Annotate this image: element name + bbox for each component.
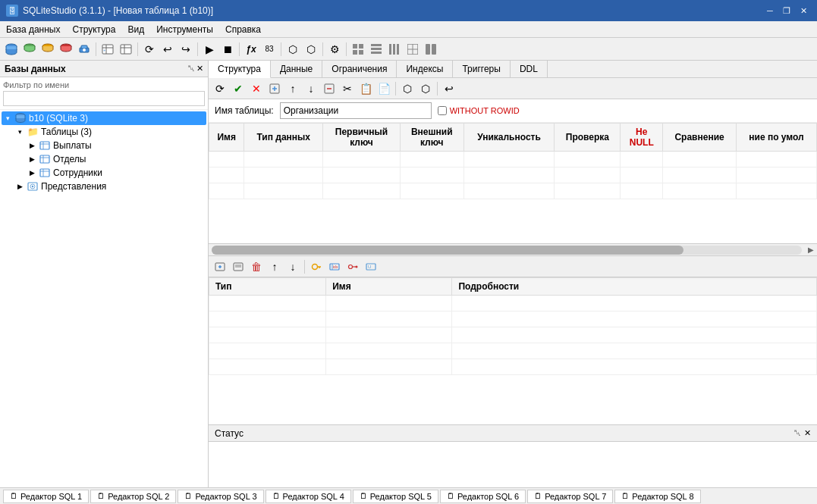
tab-data[interactable]: Данные (271, 61, 322, 77)
toolbar-edit-db[interactable] (39, 41, 56, 58)
struct-tb-col-down[interactable]: ↓ (303, 80, 319, 97)
filter-label: Фильтр по имени (3, 80, 205, 89)
restore-button[interactable]: ❐ (779, 5, 794, 17)
struct-tb-commit[interactable]: ✔ (230, 80, 247, 97)
bottom-tab-sql6[interactable]: 🗒 Редактор SQL 6 (440, 490, 526, 503)
sidebar-float-button[interactable]: ␀ (188, 64, 195, 74)
tab-indexes[interactable]: Индексы (397, 61, 453, 77)
col-collation: Сравнение (663, 124, 737, 152)
constraints-empty-1 (209, 296, 817, 311)
toolbar-stop[interactable]: ⏹ (219, 41, 236, 58)
bottom-tb-add[interactable] (212, 258, 228, 275)
struct-tb-cancel[interactable]: ✕ (248, 80, 265, 97)
scroll-right-btn[interactable]: ▶ (805, 244, 817, 256)
status-close-btn[interactable]: ✕ (804, 428, 811, 438)
struct-tb-collapse-all[interactable]: ⬡ (417, 80, 434, 97)
toolbar-fx[interactable]: ƒx (243, 41, 259, 58)
struct-tb-paste[interactable]: 📄 (376, 80, 392, 97)
sidebar-title: Базы данных (5, 64, 66, 74)
menu-tools[interactable]: Инструменты (150, 21, 219, 37)
bottom-tb-pk[interactable] (308, 258, 325, 275)
tree-item-views[interactable]: ▶ Представления (14, 180, 206, 193)
db-icon (14, 112, 27, 124)
bottom-tab-sql8[interactable]: 🗒 Редактор SQL 8 (614, 490, 700, 503)
menu-structure[interactable]: Структура (66, 21, 121, 37)
toolbar-open-db[interactable] (3, 41, 20, 58)
struct-tb-copy[interactable]: 📋 (357, 80, 374, 97)
constraints-empty-5 (209, 359, 817, 375)
bottom-tb-down[interactable]: ↓ (284, 258, 301, 275)
struct-tb-col-up[interactable]: ↑ (284, 80, 301, 97)
without-rowid-checkbox[interactable] (438, 106, 447, 115)
sidebar-header-controls: ␀ ✕ (188, 64, 203, 74)
struct-tb-expand-all[interactable]: ⬡ (399, 80, 416, 97)
toolbar-settings[interactable]: ⚙ (326, 41, 343, 58)
close-button[interactable]: ✕ (796, 5, 811, 17)
bottom-tab-sql1[interactable]: 🗒 Редактор SQL 1 (3, 490, 89, 503)
bottom-tab-sql2[interactable]: 🗒 Редактор SQL 2 (90, 490, 176, 503)
menu-view[interactable]: Вид (121, 21, 150, 37)
tab-structure[interactable]: Структура (209, 61, 271, 78)
toolbar-redo[interactable]: ↪ (178, 41, 194, 58)
filter-input[interactable] (3, 91, 205, 106)
struct-tb-refresh[interactable]: ⟳ (212, 80, 228, 97)
bottom-tab-sql5[interactable]: 🗒 Редактор SQL 5 (353, 490, 438, 503)
title-text: SQLiteStudio (3.1.1) - [Новая таблица 1 … (23, 5, 213, 16)
table-name-label: Имя таблицы: (215, 105, 274, 116)
table-icon-vyplaty (39, 139, 51, 152)
bottom-tb-unique[interactable]: U (363, 258, 379, 275)
toolbar-sep-6 (322, 42, 323, 56)
toolbar-edit-table[interactable] (118, 41, 134, 58)
sql-tab-icon-6: 🗒 (447, 492, 454, 500)
h-scrollbar[interactable]: ▶ (209, 244, 817, 256)
toolbar-collapse[interactable]: ⬡ (303, 41, 319, 58)
struct-tb-delete-col[interactable] (321, 80, 338, 97)
status-float-btn[interactable]: ␀ (794, 428, 801, 438)
menu-database[interactable]: База данных (0, 21, 66, 37)
bottom-tb-index[interactable]: idx (326, 258, 343, 275)
tree-item-tables[interactable]: ▾ 📁 Таблицы (3) (14, 125, 206, 139)
menu-help[interactable]: Справка (219, 21, 267, 37)
tab-triggers[interactable]: Триггеры (453, 61, 511, 77)
tree-item-b10[interactable]: ▾ b10 (SQLite 3) (2, 111, 206, 125)
tree-item-vyplaty[interactable]: ▶ Выплаты (26, 139, 206, 152)
tree-item-sotrudniki[interactable]: ▶ Сотрудники (26, 166, 206, 180)
tree-item-otdely[interactable]: ▶ Отделы (26, 152, 206, 166)
struct-tb-cut[interactable]: ✂ (339, 80, 356, 97)
bottom-tb-delete[interactable]: 🗑 (248, 258, 265, 275)
toolbar-add-db[interactable] (21, 41, 38, 58)
toolbar-sep-2 (137, 42, 138, 56)
toolbar-delete-db[interactable] (58, 41, 74, 58)
bottom-tab-sql7[interactable]: 🗒 Редактор SQL 7 (527, 490, 613, 503)
bottom-tb-up[interactable]: ↑ (266, 258, 283, 275)
expand-icon-vyplaty: ▶ (27, 141, 36, 150)
svg-rect-5 (81, 45, 87, 49)
toolbar-run-sql[interactable]: ▶ (201, 41, 218, 58)
tab-constraints[interactable]: Ограничения (322, 61, 397, 77)
bottom-tab-sql4[interactable]: 🗒 Редактор SQL 4 (266, 490, 351, 503)
sidebar-close-button[interactable]: ✕ (196, 64, 203, 74)
tab-ddl[interactable]: DDL (511, 61, 548, 77)
toolbar-grid2[interactable] (368, 41, 385, 58)
tree-views-label: Представления (41, 181, 106, 192)
toolbar-refresh[interactable]: ⟳ (141, 41, 158, 58)
toolbar-grid1[interactable] (350, 41, 366, 58)
bottom-tab-sql3[interactable]: 🗒 Редактор SQL 3 (178, 490, 263, 503)
toolbar-undo[interactable]: ↩ (159, 41, 176, 58)
main-layout: Базы данных ␀ ✕ Фильтр по имени ▾ b10 (S… (0, 61, 817, 487)
col-name: Имя (209, 124, 244, 152)
toolbar-grid5[interactable] (423, 41, 439, 58)
minimize-button[interactable]: ─ (762, 5, 778, 17)
toolbar-expand[interactable]: ⬡ (284, 41, 301, 58)
toolbar-grid3[interactable] (386, 41, 403, 58)
bottom-tb-fk[interactable] (344, 258, 361, 275)
toolbar-new-table[interactable]: + (99, 41, 116, 58)
without-rowid-label: WITHOUT ROWID (450, 106, 520, 115)
struct-tb-add-col[interactable] (266, 80, 283, 97)
toolbar-grid4[interactable] (404, 41, 421, 58)
toolbar-connect[interactable] (76, 41, 93, 58)
struct-tb-undo[interactable]: ↩ (441, 80, 457, 97)
bottom-tb-edit[interactable] (230, 258, 247, 275)
table-name-input[interactable] (280, 102, 432, 119)
toolbar-expr[interactable]: 83 (261, 41, 278, 58)
